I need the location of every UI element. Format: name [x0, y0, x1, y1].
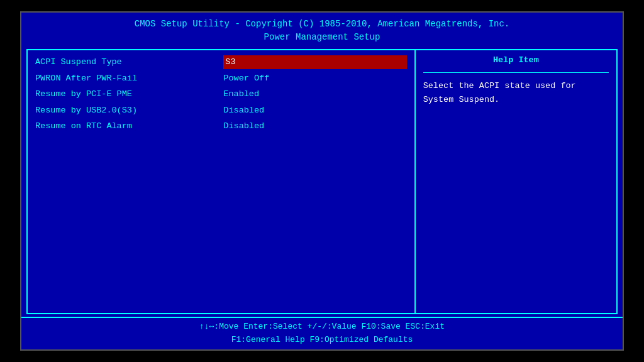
- right-panel: Help Item Select the ACPI state used for…: [416, 50, 616, 313]
- bios-screen: CMOS Setup Utility - Copyright (C) 1985-…: [20, 11, 624, 351]
- main-content: ACPI Suspend TypePWRON After PWR-FailRes…: [26, 49, 618, 314]
- setting-value-3[interactable]: Disabled: [223, 104, 406, 118]
- help-title: Help Item: [423, 55, 609, 65]
- setting-label-2[interactable]: Resume by PCI-E PME: [35, 87, 218, 101]
- setting-value-0[interactable]: S3: [223, 55, 406, 69]
- help-text: Select the ACPI state used for System Su…: [423, 79, 609, 106]
- footer: ↑↓↔:Move Enter:Select +/-/:Value F10:Sav…: [21, 317, 623, 349]
- setting-label-0[interactable]: ACPI Suspend Type: [35, 55, 218, 69]
- settings-values: S3Power OffEnabledDisabledDisabled: [218, 55, 406, 308]
- setting-label-4[interactable]: Resume on RTC Alarm: [35, 119, 218, 133]
- setting-label-3[interactable]: Resume by USB2.0(S3): [35, 104, 218, 118]
- header: CMOS Setup Utility - Copyright (C) 1985-…: [21, 13, 623, 47]
- left-panel: ACPI Suspend TypePWRON After PWR-FailRes…: [28, 50, 416, 313]
- settings-labels: ACPI Suspend TypePWRON After PWR-FailRes…: [35, 55, 218, 308]
- setting-value-1[interactable]: Power Off: [223, 72, 406, 85]
- setting-value-2[interactable]: Enabled: [223, 87, 406, 101]
- header-line1: CMOS Setup Utility - Copyright (C) 1985-…: [21, 18, 623, 31]
- header-line2: Power Management Setup: [21, 31, 623, 44]
- footer-row2: F1:General Help F9:Optimized Defaults: [21, 334, 623, 347]
- footer-row1: ↑↓↔:Move Enter:Select +/-/:Value F10:Sav…: [21, 321, 623, 334]
- help-divider: [423, 72, 609, 73]
- setting-label-1[interactable]: PWRON After PWR-Fail: [35, 72, 218, 85]
- setting-value-4[interactable]: Disabled: [223, 119, 406, 133]
